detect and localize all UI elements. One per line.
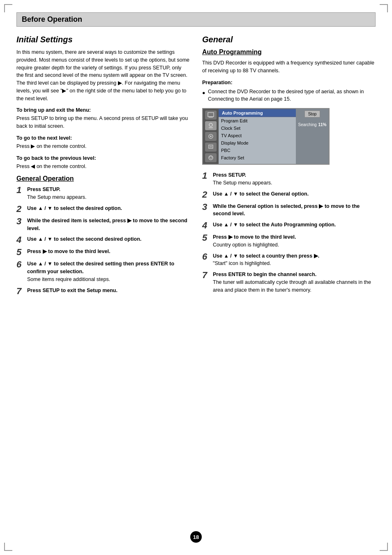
menu-icon-3 [205,132,217,141]
header-bar: Before Operation [16,12,376,27]
prev-level-label: To go back to the previous level: [16,155,190,161]
corner-tr [380,4,388,12]
menu-item-display-mode: Display Mode [219,139,296,147]
menu-label: To bring up and exit the Menu: [16,107,190,113]
right-step-6-number: 6 [202,252,211,261]
right-step-6-content: Use ▲ / ▼ to select a country then press… [213,252,376,268]
svg-rect-3 [209,127,213,128]
right-column: General Auto Programming This DVD Record… [202,35,376,302]
content-columns: Initial Settings In this menu system, th… [16,35,376,302]
svg-point-2 [209,123,212,127]
general-operation-title: General Operation [16,175,190,182]
left-step-2-content: Use ▲ / ▼ to select the desired option. [27,205,190,212]
right-step-6: 6 Use ▲ / ▼ to select a country then pre… [202,252,376,268]
left-step-4-content: Use ▲ / ▼ to select the second desired o… [27,235,190,243]
left-step-7-number: 7 [16,287,25,296]
preparation-bullet: ● Connect the DVD Recorder to the desire… [202,88,376,104]
left-step-6-bold: Use ▲ / ▼ to select the desired setting … [27,261,174,274]
left-step-3-bold: While the desired item is selected, pres… [27,218,187,231]
searching-percent: 11% [318,122,327,127]
right-step-7: 7 Press ENTER to begin the channel searc… [202,271,376,294]
menu-icon-2 [205,121,217,130]
searching-label: Searching [298,122,316,127]
menu-item-tv-aspect: TV Aspect [219,132,296,139]
left-step-4: 4 Use ▲ / ▼ to select the second desired… [16,235,190,244]
right-step-3-content: While the General option is selected, pr… [213,203,376,218]
left-step-1-content: Press SETUP. The Setup menu appears. [27,186,190,201]
svg-rect-0 [208,113,214,117]
svg-rect-1 [209,117,213,117]
right-step-6-bold: Use ▲ / ▼ to select a country then press… [213,253,319,259]
right-intro-text: This DVD Recorder is equipped with a fre… [202,59,376,75]
prev-level-text: Press ◀ on the remote control. [16,163,190,170]
right-step-2-bold: Use ▲ / ▼ to select the General option. [213,191,309,197]
right-step-5-content: Press ▶ to move to the third level. Coun… [213,233,376,249]
right-step-1-content: Press SETUP. The Setup menu appears. [213,171,376,187]
right-step-4-content: Use ▲ / ▼ to select the Auto Programming… [213,221,376,229]
left-step-1-number: 1 [16,186,25,195]
right-step-7-note: The tuner will automatically cycle throu… [213,279,376,294]
right-step-1: 1 Press SETUP. The Setup menu appears. [202,171,376,187]
tv-menu-sidebar [203,109,219,164]
left-step-6-note: Some items require additional steps. [27,276,190,283]
right-step-2-number: 2 [202,190,211,199]
left-step-2: 2 Use ▲ / ▼ to select the desired option… [16,205,190,214]
right-step-1-bold: Press SETUP. [213,172,246,178]
left-step-1-note: The Setup menu appears. [27,193,190,201]
stop-button: Stop [304,111,321,117]
next-level-label: To go to the next level: [16,135,190,141]
right-step-4-number: 4 [202,221,211,230]
left-step-3-content: While the desired item is selected, pres… [27,217,190,233]
corner-bl [4,543,12,551]
right-step-7-bold: Press ENTER to begin the channel search. [213,272,316,277]
left-step-2-bold: Use ▲ / ▼ to select the desired option. [27,205,122,211]
left-step-5-bold: Press ▶ to move to the third level. [27,249,110,254]
menu-item-factory-set: Factory Set [219,154,296,161]
left-step-7-bold: Press SETUP to exit the Setup menu. [27,288,118,293]
right-steps-list: 1 Press SETUP. The Setup menu appears. 2… [202,171,376,294]
page-wrapper: Before Operation Initial Settings In thi… [0,0,392,555]
left-step-5-number: 5 [16,248,25,257]
left-step-5: 5 Press ▶ to move to the third level. [16,248,190,257]
menu-item-program-edit: Program Edit [219,117,296,124]
menu-highlighted-item: Auto Programming [219,110,296,116]
tv-menu-right-panel: Stop Searching 11% [296,109,329,164]
left-step-6-content: Use ▲ / ▼ to select the desired setting … [27,260,190,283]
menu-item-pbc: PBC [219,147,296,154]
right-step-5-note: Country option is highlighted. [213,241,376,249]
right-step-7-content: Press ENTER to begin the channel search.… [213,271,376,294]
left-steps-list: 1 Press SETUP. The Setup menu appears. 2… [16,186,190,295]
left-step-2-number: 2 [16,205,25,214]
right-step-1-number: 1 [202,171,211,180]
right-step-5-number: 5 [202,233,211,242]
right-step-5: 5 Press ▶ to move to the third level. Co… [202,233,376,249]
right-step-5-bold: Press ▶ to move to the third level. [213,234,296,240]
next-level-text: Press ▶ on the remote control. [16,143,190,150]
right-step-3-bold: While the General option is selected, pr… [213,203,360,217]
left-step-1: 1 Press SETUP. The Setup menu appears. [16,186,190,201]
right-step-3: 3 While the General option is selected, … [202,203,376,218]
right-step-2: 2 Use ▲ / ▼ to select the General option… [202,190,376,199]
page-number: 18 [190,531,202,543]
right-step-2-content: Use ▲ / ▼ to select the General option. [213,190,376,198]
corner-tl [4,4,12,12]
left-step-5-content: Press ▶ to move to the third level. [27,248,190,256]
menu-icon-5 [205,153,217,162]
left-step-7-content: Press SETUP to exit the Setup menu. [27,287,190,295]
right-step-7-number: 7 [202,271,211,280]
right-step-4-bold: Use ▲ / ▼ to select the Auto Programming… [213,222,336,228]
left-section-title: Initial Settings [16,35,190,44]
menu-icon-4 [205,143,217,152]
right-subsection-title: Auto Programming [202,48,376,56]
left-step-3: 3 While the desired item is selected, pr… [16,217,190,233]
menu-icon-1 [205,111,217,120]
left-step-6: 6 Use ▲ / ▼ to select the desired settin… [16,260,190,283]
svg-point-5 [210,136,212,137]
left-step-1-bold: Press SETUP. [27,187,60,192]
right-step-3-number: 3 [202,203,211,212]
tv-menu-main: Auto Programming Program Edit Clock Set … [219,109,296,164]
menu-text: Press SETUP to bring up the menu. A seco… [16,115,190,130]
left-step-4-bold: Use ▲ / ▼ to select the second desired o… [27,236,141,242]
menu-item-clock-set: Clock Set [219,124,296,132]
page-title: Before Operation [22,15,370,24]
